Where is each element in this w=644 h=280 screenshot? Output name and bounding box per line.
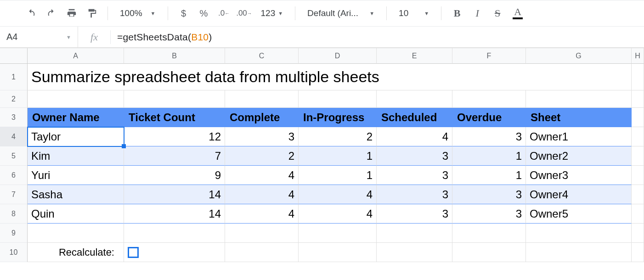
redo-button[interactable] [42, 4, 61, 22]
cell-count[interactable]: 9 [124, 166, 225, 185]
cell-sheet[interactable]: Owner2 [526, 146, 632, 166]
cell-overdue[interactable]: 1 [452, 146, 526, 166]
cell-complete[interactable]: 4 [225, 166, 299, 185]
cell[interactable] [632, 224, 644, 243]
cell[interactable] [124, 224, 225, 243]
cell[interactable] [526, 224, 632, 243]
formula-input[interactable]: =getSheetsData(B10) [111, 32, 644, 43]
font-size-dropdown[interactable]: 10 ▼ [393, 4, 435, 22]
column-header[interactable]: C [225, 48, 299, 64]
table-header[interactable]: Overdue [452, 108, 526, 127]
strikethrough-button[interactable]: S [488, 4, 507, 22]
column-header[interactable]: B [124, 48, 225, 64]
column-header[interactable]: H [632, 48, 644, 64]
cell-inprogress[interactable]: 1 [299, 146, 377, 166]
cell-sheet[interactable]: Owner4 [526, 185, 632, 204]
increase-decimal-button[interactable]: .00→ [235, 4, 254, 22]
cell[interactable] [299, 224, 377, 243]
cell-count[interactable]: 12 [124, 127, 225, 146]
cell[interactable] [452, 243, 526, 262]
row-header[interactable]: 6 [0, 166, 28, 185]
cell-complete[interactable]: 3 [225, 127, 299, 146]
cell-inprogress[interactable]: 1 [299, 166, 377, 185]
table-header[interactable]: Ticket Count [124, 108, 225, 127]
cell-inprogress[interactable]: 4 [299, 204, 377, 224]
cell-scheduled[interactable]: 3 [377, 146, 452, 166]
select-all-corner[interactable] [0, 48, 28, 64]
undo-button[interactable] [22, 4, 40, 22]
column-header[interactable]: D [299, 48, 377, 64]
row-header[interactable]: 9 [0, 224, 28, 243]
cell[interactable] [632, 64, 644, 90]
format-percent-button[interactable]: % [195, 4, 213, 22]
print-button[interactable] [62, 4, 81, 22]
cell-complete[interactable]: 4 [225, 185, 299, 204]
column-header[interactable]: A [28, 48, 124, 64]
row-header[interactable]: 7 [0, 185, 28, 204]
cell-recalc-checkbox[interactable] [124, 243, 225, 262]
cell[interactable] [632, 166, 644, 185]
cell-sheet[interactable]: Owner5 [526, 204, 632, 224]
cell-complete[interactable]: 2 [225, 146, 299, 166]
row-header[interactable]: 8 [0, 204, 28, 224]
cell[interactable] [377, 224, 452, 243]
cell[interactable] [299, 243, 377, 262]
cell-overdue[interactable]: 3 [452, 204, 526, 224]
cell-complete[interactable]: 4 [225, 204, 299, 224]
cell[interactable] [632, 204, 644, 224]
table-header[interactable]: In-Progress [299, 108, 377, 127]
cell[interactable] [225, 224, 299, 243]
name-box[interactable]: A4 ▼ [0, 27, 78, 47]
cell[interactable] [632, 127, 644, 146]
cell[interactable] [632, 185, 644, 204]
cell-scheduled[interactable]: 3 [377, 204, 452, 224]
cell-inprogress[interactable]: 4 [299, 185, 377, 204]
cell-overdue[interactable]: 1 [452, 166, 526, 185]
cell[interactable] [632, 108, 644, 127]
cell-owner[interactable]: Quin [28, 204, 124, 224]
recalculate-checkbox[interactable] [128, 247, 139, 258]
cell[interactable] [632, 243, 644, 262]
format-currency-button[interactable]: $ [175, 4, 193, 22]
cell-count[interactable]: 7 [124, 146, 225, 166]
decrease-decimal-button[interactable]: .0← [215, 4, 233, 22]
row-header[interactable]: 2 [0, 90, 28, 108]
cell[interactable] [299, 90, 377, 108]
table-header[interactable]: Scheduled [377, 108, 452, 127]
cell-scheduled[interactable]: 3 [377, 166, 452, 185]
row-header[interactable]: 10 [0, 243, 28, 262]
cell[interactable] [632, 90, 644, 108]
spreadsheet-grid[interactable]: A B C D E F G H 1 Summarize spreadsheet … [0, 48, 644, 262]
font-dropdown[interactable]: Default (Ari... ▼ [302, 4, 380, 22]
row-header[interactable]: 3 [0, 108, 28, 127]
cell-count[interactable]: 14 [124, 204, 225, 224]
table-header[interactable]: Complete [225, 108, 299, 127]
cell[interactable] [377, 243, 452, 262]
cell-count[interactable]: 14 [124, 185, 225, 204]
table-header[interactable]: Owner Name [28, 108, 124, 127]
cell-sheet[interactable]: Owner1 [526, 127, 632, 146]
cell[interactable] [632, 146, 644, 166]
cell[interactable] [225, 243, 299, 262]
cell[interactable] [452, 90, 526, 108]
row-header[interactable]: 1 [0, 64, 28, 90]
cell-inprogress[interactable]: 2 [299, 127, 377, 146]
cell-title[interactable]: Summarize spreadsheet data from multiple… [28, 64, 632, 90]
cell[interactable] [377, 90, 452, 108]
cell-overdue[interactable]: 3 [452, 127, 526, 146]
italic-button[interactable]: I [468, 4, 486, 22]
cell-sheet[interactable]: Owner3 [526, 166, 632, 185]
cell[interactable] [28, 224, 124, 243]
cell-scheduled[interactable]: 3 [377, 185, 452, 204]
cell[interactable] [526, 90, 632, 108]
format-more-dropdown[interactable]: 123 ▼ [255, 4, 289, 22]
cell[interactable] [28, 90, 124, 108]
cell-recalc-label[interactable]: Recalculate: [28, 243, 124, 262]
cell[interactable] [124, 90, 225, 108]
cell[interactable] [452, 224, 526, 243]
cell-owner[interactable]: Sasha [28, 185, 124, 204]
row-header[interactable]: 5 [0, 146, 28, 166]
column-header[interactable]: F [452, 48, 526, 64]
cell-overdue[interactable]: 3 [452, 185, 526, 204]
cell-owner[interactable]: Kim [28, 146, 124, 166]
